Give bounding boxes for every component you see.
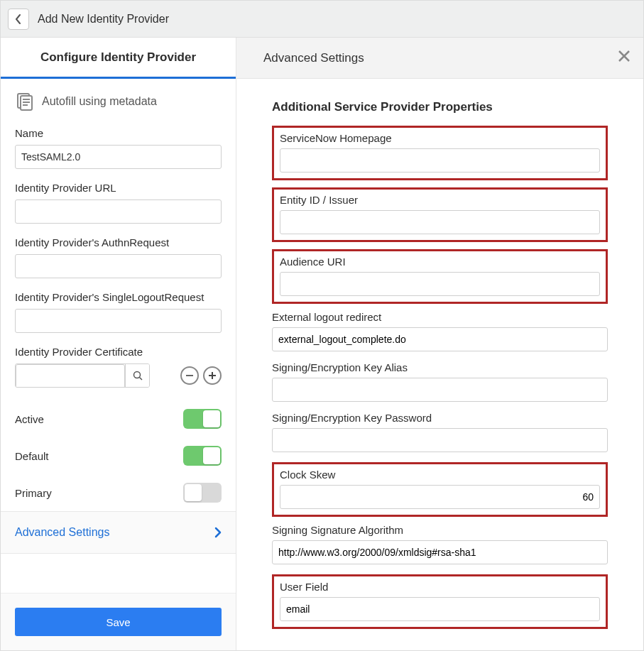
ext-logout-input[interactable] — [272, 327, 608, 351]
clock-skew-input[interactable] — [280, 485, 600, 509]
authn-input[interactable] — [15, 254, 222, 278]
idp-url-label: Identity Provider URL — [15, 182, 222, 194]
default-label: Default — [15, 450, 49, 462]
key-pass-input[interactable] — [272, 428, 608, 452]
homepage-input[interactable] — [280, 148, 600, 173]
cert-remove-button[interactable] — [180, 366, 199, 385]
name-label: Name — [15, 127, 222, 139]
cert-row — [15, 363, 222, 388]
active-label: Active — [15, 413, 44, 425]
idp-url-input[interactable] — [15, 199, 222, 224]
close-icon — [618, 50, 631, 62]
right-panel-body: Additional Service Provider Properties S… — [236, 79, 643, 650]
field-user-field: User Field — [272, 574, 608, 629]
section-title: Additional Service Provider Properties — [272, 100, 608, 114]
field-clock-skew: Clock Skew — [272, 462, 608, 517]
left-panel-body: Autofill using metadata Name Identity Pr… — [1, 79, 236, 593]
field-key-alias: Signing/Encryption Key Alias — [272, 361, 608, 402]
entity-input[interactable] — [280, 210, 600, 234]
primary-label: Primary — [15, 487, 52, 499]
save-button[interactable]: Save — [15, 608, 222, 636]
name-input[interactable] — [15, 145, 222, 169]
right-panel-header: Advanced Settings — [236, 38, 643, 79]
right-panel-title: Advanced Settings — [263, 51, 364, 65]
svg-line-6 — [139, 378, 142, 381]
left-panel: Configure Identity Provider Autofill usi… — [1, 38, 236, 650]
right-panel: Advanced Settings Additional Service Pro… — [236, 38, 643, 650]
clock-skew-label: Clock Skew — [280, 469, 600, 481]
field-ext-logout: External logout redirect — [272, 311, 608, 351]
search-icon — [133, 371, 143, 381]
autofill-metadata-button[interactable]: Autofill using metadata — [15, 92, 222, 111]
page-title: Add New Identity Provider — [38, 13, 169, 26]
field-slo: Identity Provider's SingleLogoutRequest — [15, 291, 222, 333]
field-key-pass: Signing/Encryption Key Password — [272, 412, 608, 452]
key-alias-label: Signing/Encryption Key Alias — [272, 361, 608, 373]
user-field-input[interactable] — [280, 597, 600, 621]
toggle-row-primary: Primary — [15, 474, 222, 511]
field-authn: Identity Provider's AuthnRequest — [15, 236, 222, 278]
toggle-row-active: Active — [15, 400, 222, 437]
left-footer: Save — [1, 593, 236, 650]
titlebar: Add New Identity Provider — [1, 1, 643, 38]
chevron-left-icon — [15, 14, 22, 24]
svg-point-5 — [133, 372, 140, 378]
homepage-label: ServiceNow Homepage — [280, 132, 600, 144]
user-field-label: User Field — [280, 581, 600, 593]
toggle-knob — [203, 447, 220, 464]
advanced-settings-link[interactable]: Advanced Settings — [1, 511, 236, 554]
minus-icon — [185, 371, 194, 380]
field-sig-alg: Signing Signature Algorithm — [272, 524, 608, 564]
slo-label: Identity Provider's SingleLogoutRequest — [15, 291, 222, 303]
plus-icon — [208, 371, 217, 380]
toggle-row-default: Default — [15, 437, 222, 474]
chevron-right-icon — [214, 527, 222, 538]
default-toggle[interactable] — [183, 446, 222, 466]
toggle-knob — [185, 484, 202, 501]
field-homepage: ServiceNow Homepage — [272, 126, 608, 180]
autofill-label: Autofill using metadata — [42, 95, 157, 108]
audience-input[interactable] — [280, 272, 600, 296]
close-button[interactable] — [618, 50, 631, 66]
advanced-settings-label: Advanced Settings — [15, 526, 109, 539]
field-cert: Identity Provider Certificate — [15, 346, 222, 388]
back-button[interactable] — [8, 9, 29, 30]
left-panel-header: Configure Identity Provider — [1, 38, 236, 79]
key-alias-input[interactable] — [272, 378, 608, 402]
cert-lookup-button[interactable] — [125, 364, 149, 387]
toggle-knob — [203, 410, 220, 427]
cert-add-button[interactable] — [203, 366, 222, 385]
ext-logout-label: External logout redirect — [272, 311, 608, 323]
authn-label: Identity Provider's AuthnRequest — [15, 236, 222, 248]
slo-input[interactable] — [15, 309, 222, 333]
sig-alg-input[interactable] — [272, 540, 608, 564]
primary-toggle[interactable] — [183, 483, 222, 503]
entity-label: Entity ID / Issuer — [280, 194, 600, 206]
cert-input-wrap — [15, 363, 150, 388]
field-entity: Entity ID / Issuer — [272, 187, 608, 242]
key-pass-label: Signing/Encryption Key Password — [272, 412, 608, 424]
cert-label: Identity Provider Certificate — [15, 346, 222, 358]
audience-label: Audience URI — [280, 256, 600, 268]
app-frame: Add New Identity Provider Configure Iden… — [0, 0, 644, 651]
document-icon — [15, 92, 35, 111]
content: Configure Identity Provider Autofill usi… — [1, 38, 643, 650]
active-toggle[interactable] — [183, 409, 222, 429]
cert-input[interactable] — [16, 364, 125, 388]
sig-alg-label: Signing Signature Algorithm — [272, 524, 608, 536]
field-audience: Audience URI — [272, 249, 608, 304]
field-name: Name — [15, 127, 222, 169]
field-idp-url: Identity Provider URL — [15, 182, 222, 224]
